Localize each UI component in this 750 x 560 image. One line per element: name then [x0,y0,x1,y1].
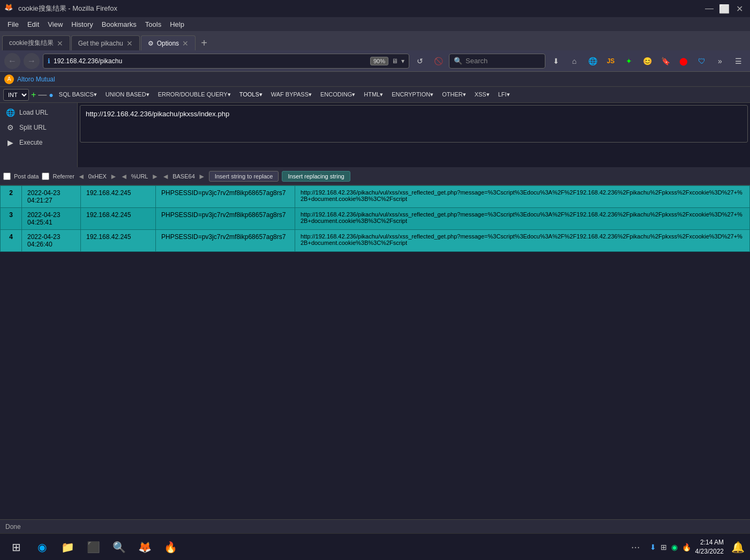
menu-history[interactable]: History [67,19,97,29]
dropdown-icon[interactable]: ▾ [401,57,404,65]
insert-replacing-button[interactable]: Insert replacing string [282,171,350,182]
new-tab-button[interactable]: + [197,35,212,50]
taskbar-sys-icons: ⬇ ⊞ ◉ 🔥 [650,543,691,551]
sql-basics-menu[interactable]: SQL BASICS▾ [56,90,100,99]
base64-arrow-right: ► [198,172,206,181]
page-layout: 🦊 cookie搜集结果 - Mozilla Firefox — ⬜ ✕ Fil… [0,0,750,560]
split-url-button[interactable]: ⚙ Split URL [0,120,77,135]
gear-icon: ⚙ [148,40,154,47]
tab-options-close[interactable]: ✕ [182,39,189,48]
encryption-menu[interactable]: ENCRYPTION▾ [388,90,437,99]
firefox-taskbar-button[interactable]: 🦊 [134,536,155,558]
menu-tools[interactable]: Tools [141,19,166,29]
execute-button[interactable]: ▶ Execute [0,135,77,150]
row-cookie: PHPSESSID=pv3jc7rv2mf8ikp68657ag8rs7 [156,230,295,252]
explorer-button[interactable]: 📁 [57,536,78,558]
search-box[interactable]: 🔍 Search [449,54,545,69]
other-menu[interactable]: OTHER▾ [439,90,469,99]
minus-icon: — [38,90,47,100]
tab-cookie-close[interactable]: ✕ [57,39,63,48]
base64-label: BASE64 [172,173,195,180]
lfi-menu[interactable]: LFI▾ [495,90,513,99]
url-bar[interactable]: ℹ 192.168.42.236/pikachu 90% 🖥 ▾ [43,54,409,69]
load-url-icon: 🌐 [5,108,15,117]
back-button[interactable]: ← [4,53,20,69]
insert-string-button[interactable]: Insert string to replace [209,171,279,182]
tab-options-label: Options [157,40,179,47]
row-ip: 192.168.42.245 [81,230,156,252]
table-row: 2 2022-04-2304:21:27 192.168.42.245 PHPS… [1,186,750,208]
menu-view[interactable]: View [43,19,67,29]
menu-file[interactable]: File [3,19,23,29]
titlebar-controls: — ⬜ ✕ [703,2,746,15]
close-button[interactable]: ✕ [733,2,746,15]
edge-button[interactable]: ◉ [31,536,52,558]
sys-icon-1: ⊞ [661,543,667,551]
firefox-taskbar-icon: 🦊 [138,541,152,554]
status-text: Done [5,523,21,531]
xss-menu[interactable]: XSS▾ [471,90,493,99]
url-sidebar-section: 🌐 Load URL ⚙ Split URL ▶ Execute http://… [0,103,750,167]
tab-pikachu[interactable]: Get the pikachu ✕ [71,35,140,50]
menu-help[interactable]: Help [166,19,189,29]
tools-menu[interactable]: TOOLS▾ [236,90,266,99]
row-ip: 192.168.42.245 [81,186,156,208]
tab-cookie[interactable]: cookie搜集结果 ✕ [2,35,70,50]
url-input-area[interactable]: http://192.168.42.236/pikachu/pkxss/inde… [80,105,748,143]
menubar: File Edit View History Bookmarks Tools H… [0,17,750,31]
tab-pikachu-label: Get the pikachu [78,40,123,47]
red-icon[interactable]: ⬤ [676,54,691,69]
load-url-button[interactable]: 🌐 Load URL [0,105,77,120]
titlebar-title: cookie搜集结果 - Mozilla Firefox [18,4,703,13]
taskbar: ⊞ ◉ 📁 ⬛ 🔍 🦊 🔥 ··· ⬇ ⊞ ◉ 🔥 2:14 AM [0,533,750,560]
w-shield-icon[interactable]: 🛡 [694,54,709,69]
split-url-icon: ⚙ [5,123,15,132]
error-double-query-menu[interactable]: ERROR/DOUBLE QUERY▾ [155,90,234,99]
encode-bar: Post data Referrer ◄ 0xHEX ► ◄ %URL ► ◄ … [0,167,750,185]
union-based-menu[interactable]: UNION BASED▾ [102,90,153,99]
plus-button[interactable]: + [31,90,36,100]
row-date: 2022-04-2304:25:41 [22,208,81,230]
tab-pikachu-close[interactable]: ✕ [126,39,133,48]
burp-button[interactable]: 🔥 [160,536,181,558]
terminal-icon: ⬛ [87,541,100,554]
globe-icon[interactable]: 🌐 [585,54,600,69]
bookmark-icon[interactable]: 🔖 [658,54,673,69]
taskbar-more[interactable]: ··· [626,541,646,553]
search-taskbar-button[interactable]: 🔍 [108,536,130,558]
sparkle-icon[interactable]: ✦ [621,54,636,69]
no-script-icon: 🚫 [431,54,446,69]
edge-icon: ◉ [38,541,47,554]
maximize-button[interactable]: ⬜ [718,2,731,15]
int-select[interactable]: INT [3,89,29,101]
menu-bookmarks[interactable]: Bookmarks [98,19,141,29]
menu-edit[interactable]: Edit [23,19,43,29]
forward-icon: → [27,56,36,66]
tab-options[interactable]: ⚙ Options ✕ [141,35,196,50]
menu-icon[interactable]: ☰ [731,54,746,69]
forward-button[interactable]: → [24,53,40,69]
js-label[interactable]: JS [603,54,618,69]
post-data-checkbox[interactable] [3,173,11,180]
home-icon[interactable]: ⌂ [567,54,582,69]
referrer-label: Referrer [52,173,74,180]
reload-icon: ↺ [417,57,423,65]
bullet-icon: ● [49,91,53,99]
face-icon[interactable]: 😊 [640,54,655,69]
hex-arrow-right: ► [110,172,117,181]
download-icon[interactable]: ⬇ [549,54,564,69]
more-icon[interactable]: » [712,54,728,69]
row-url: http://192.168.42.236/pikachu/vul/xss/xs… [295,186,750,208]
referrer-checkbox[interactable] [42,173,49,180]
terminal-button[interactable]: ⬛ [82,536,104,558]
minimize-button[interactable]: — [703,2,716,15]
url-text: 192.168.42.236/pikachu [54,57,367,65]
post-data-label: Post data [14,173,39,180]
base64-arrow-left: ◄ [162,172,169,181]
start-button[interactable]: ⊞ [5,536,27,558]
waf-bypass-menu[interactable]: WAF BYPASS▾ [268,90,315,99]
reload-button[interactable]: ↺ [412,54,428,69]
html-menu[interactable]: HTML▾ [361,90,386,99]
notification-button[interactable]: 🔔 [731,541,745,554]
encoding-menu[interactable]: ENCODING▾ [317,90,358,99]
